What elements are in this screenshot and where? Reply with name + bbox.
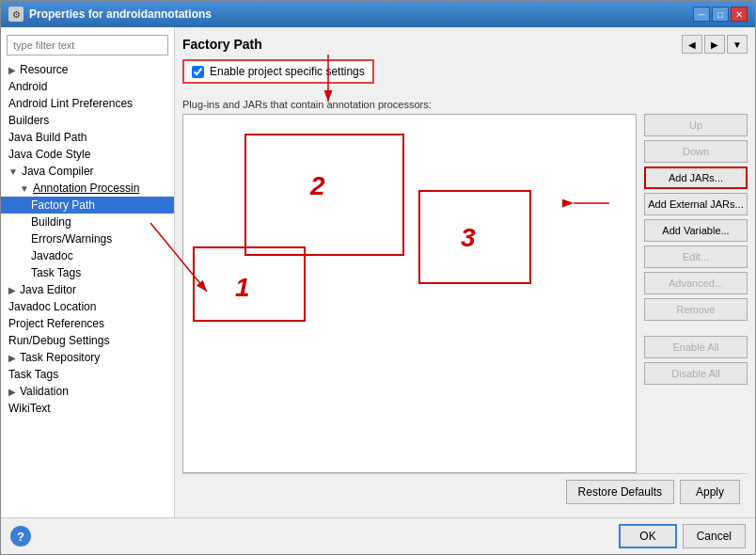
expand-arrow: ▶: [8, 285, 16, 295]
expand-arrow: ▼: [20, 183, 29, 194]
nav-dropdown-button[interactable]: ▼: [727, 35, 748, 54]
cancel-button[interactable]: Cancel: [683, 524, 746, 548]
sidebar-item-validation[interactable]: ▶ Validation: [1, 383, 174, 400]
down-button[interactable]: Down: [644, 140, 748, 163]
nav-forward-button[interactable]: ▶: [704, 35, 725, 54]
sidebar-item-android[interactable]: Android: [1, 78, 174, 95]
sidebar-item-builders[interactable]: Builders: [1, 112, 174, 129]
sidebar-item-label: Java Compiler: [22, 165, 94, 178]
maximize-button[interactable]: □: [712, 7, 729, 22]
sidebar-item-task-repository[interactable]: ▶ Task Repository: [1, 349, 174, 366]
expand-arrow: ▼: [8, 166, 18, 177]
apply-button[interactable]: Apply: [680, 480, 740, 504]
main-area: ▶ Resource Android Android Lint Preferen…: [1, 27, 755, 517]
enable-specific-settings-row: Enable project specific settings: [182, 59, 374, 84]
rect-label-2: 2: [310, 171, 325, 201]
bottom-right: Restore Defaults Apply: [566, 480, 740, 504]
sidebar-item-label: Javadoc Location: [8, 300, 96, 313]
action-buttons: Up Down Add JARs... Add External JARs...…: [644, 114, 748, 473]
filter-box: [7, 35, 168, 56]
sidebar-item-java-build-path[interactable]: Java Build Path: [1, 129, 174, 146]
sidebar-item-java-compiler[interactable]: ▼ Java Compiler: [1, 163, 174, 180]
sidebar-item-javadoc-location[interactable]: Javadoc Location: [1, 298, 174, 315]
sidebar-item-label: Validation: [20, 385, 69, 398]
disable-all-button[interactable]: Disable All: [644, 362, 748, 385]
content-row: 1 2 3 Up Down Add JARs...: [182, 114, 748, 473]
sidebar-item-android-lint[interactable]: Android Lint Preferences: [1, 95, 174, 112]
sidebar-item-project-references[interactable]: Project References: [1, 315, 174, 332]
properties-dialog: ⚙ Properties for androidannotations ─ □ …: [0, 0, 756, 555]
sidebar-item-label: Resource: [20, 63, 68, 76]
sidebar-item-label: Project References: [8, 317, 104, 330]
spacer: [644, 325, 748, 332]
sidebar-item-label: Java Editor: [20, 283, 76, 296]
enable-specific-settings-label: Enable project specific settings: [210, 65, 365, 78]
close-button[interactable]: ✕: [731, 7, 748, 22]
nav-buttons: ◀ ▶ ▼: [682, 35, 748, 54]
sidebar-item-label: Annotation Processin: [33, 182, 139, 195]
sidebar-item-label: WikiText: [8, 402, 51, 415]
sidebar-item-label: Factory Path: [31, 198, 95, 212]
bottom-bar: Restore Defaults Apply: [182, 473, 748, 510]
rect-label-3: 3: [461, 223, 476, 253]
sidebar-item-annotation-processing[interactable]: ▼ Annotation Processin: [1, 180, 174, 197]
window-icon: ⚙: [8, 7, 24, 22]
dialog-content: ▶ Resource Android Android Lint Preferen…: [1, 27, 755, 554]
jar-list-area[interactable]: 1 2 3: [182, 114, 637, 473]
enable-all-button[interactable]: Enable All: [644, 336, 748, 358]
sidebar-item-task-tags-nested[interactable]: Task Tags: [1, 264, 174, 281]
expand-arrow: ▶: [8, 387, 16, 397]
title-controls: ─ □ ✕: [693, 7, 748, 22]
help-button[interactable]: ?: [10, 526, 31, 547]
enable-specific-settings-checkbox[interactable]: [192, 66, 204, 78]
ok-button[interactable]: OK: [619, 524, 676, 548]
minimize-button[interactable]: ─: [693, 7, 710, 22]
sidebar-item-label: Run/Debug Settings: [8, 334, 109, 347]
sidebar-item-label: Android Lint Preferences: [8, 97, 133, 110]
filter-input[interactable]: [7, 35, 168, 56]
nav-back-button[interactable]: ◀: [682, 35, 702, 54]
sidebar-item-label: Task Tags: [8, 368, 58, 381]
panel-header: Factory Path ◀ ▶ ▼: [182, 35, 748, 54]
sidebar-item-javadoc[interactable]: Javadoc: [1, 247, 174, 264]
up-button[interactable]: Up: [644, 114, 748, 136]
panel-title: Factory Path: [182, 37, 262, 52]
sidebar-item-label: Android: [8, 80, 47, 93]
sidebar-item-java-code-style[interactable]: Java Code Style: [1, 146, 174, 163]
sidebar-item-task-tags[interactable]: Task Tags: [1, 366, 174, 383]
plugins-label: Plug-ins and JARs that contain annotatio…: [182, 99, 748, 110]
expand-arrow: ▶: [8, 353, 16, 363]
sidebar-item-label: Java Code Style: [8, 148, 90, 161]
expand-arrow: ▶: [8, 65, 16, 75]
restore-defaults-button[interactable]: Restore Defaults: [566, 480, 674, 504]
rect-label-1: 1: [235, 273, 250, 303]
advanced-button[interactable]: Advanced...: [644, 272, 748, 294]
add-jars-button[interactable]: Add JARs...: [644, 166, 748, 189]
title-bar: ⚙ Properties for androidannotations ─ □ …: [1, 1, 755, 27]
dialog-bottom-bar: ? OK Cancel: [1, 517, 755, 554]
sidebar-item-label: Building: [31, 215, 71, 229]
sidebar-item-label: Java Build Path: [8, 131, 87, 144]
sidebar-item-resource[interactable]: ▶ Resource: [1, 61, 174, 78]
title-bar-left: ⚙ Properties for androidannotations: [8, 7, 212, 22]
sidebar-item-java-editor[interactable]: ▶ Java Editor: [1, 281, 174, 298]
add-external-jars-button[interactable]: Add External JARs...: [644, 193, 748, 215]
window-title: Properties for androidannotations: [29, 8, 212, 21]
sidebar-item-factory-path[interactable]: Factory Path: [1, 197, 174, 214]
sidebar: ▶ Resource Android Android Lint Preferen…: [1, 27, 175, 517]
sidebar-item-label: Javadoc: [31, 249, 73, 262]
remove-button[interactable]: Remove: [644, 298, 748, 321]
sidebar-item-errors-warnings[interactable]: Errors/Warnings: [1, 230, 174, 247]
sidebar-item-wikitext[interactable]: WikiText: [1, 400, 174, 417]
sidebar-item-label: Task Tags: [31, 266, 81, 279]
help-area: ?: [10, 526, 31, 547]
sidebar-item-label: Task Repository: [20, 351, 100, 364]
sidebar-item-run-debug[interactable]: Run/Debug Settings: [1, 332, 174, 349]
sidebar-item-building[interactable]: Building: [1, 214, 174, 230]
add-variable-button[interactable]: Add Variable...: [644, 219, 748, 242]
sidebar-item-label: Builders: [8, 114, 49, 127]
sidebar-item-label: Errors/Warnings: [31, 232, 112, 246]
edit-button[interactable]: Edit...: [644, 246, 748, 268]
right-panel: Factory Path ◀ ▶ ▼ Enable project specif…: [175, 27, 755, 517]
